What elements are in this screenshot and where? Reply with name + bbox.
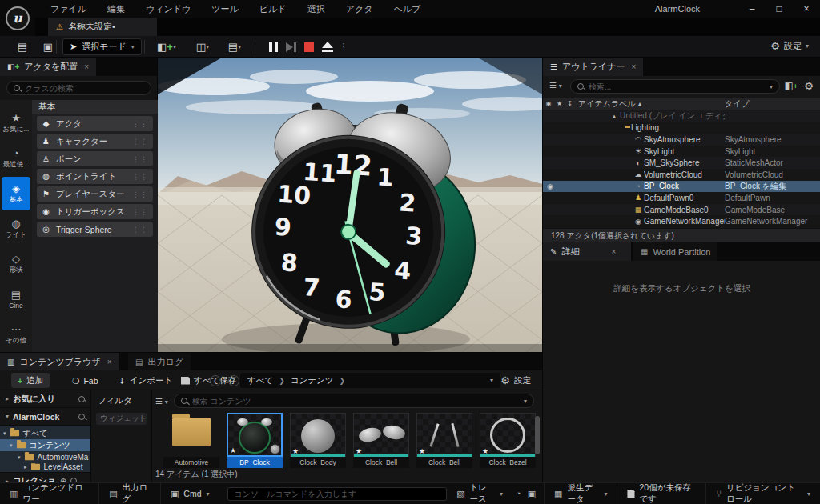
menu-actor[interactable]: アクタ	[336, 0, 384, 18]
viewport-settings-dropdown[interactable]: ⚙ 設定 ▾	[770, 40, 809, 52]
eye-icon[interactable]: ◉	[547, 182, 553, 190]
play-options-menu[interactable]: ⋮	[338, 39, 349, 54]
menu-window[interactable]: ウィンドウ	[135, 0, 201, 18]
frame-skip-button[interactable]	[282, 39, 299, 54]
tab-place-actors[interactable]: ◧+ アクタを配置 ×	[0, 58, 96, 76]
content-browser-settings[interactable]: ⚙ 設定	[500, 374, 531, 386]
scrollbar[interactable]	[535, 416, 540, 454]
outliner-filter-dropdown[interactable]: ☰ ▾	[549, 81, 562, 90]
search-icon[interactable]	[78, 396, 85, 402]
unsaved-button[interactable]: 20個が未保存です	[617, 483, 706, 504]
menu-select[interactable]: 選択	[297, 0, 336, 18]
outliner-row-defaultpawn[interactable]: ♟DefaultPawn0DefaultPawn	[543, 192, 820, 204]
favorites-section[interactable]: ▸ お気に入り	[0, 390, 90, 408]
menu-edit[interactable]: 編集	[97, 0, 135, 18]
asset-search-input[interactable]	[192, 397, 519, 406]
close-icon[interactable]: ×	[107, 358, 112, 366]
console-input-field[interactable]	[227, 487, 448, 501]
place-item-pawn[interactable]: ♙ポーン⋮⋮	[37, 151, 153, 166]
asset-clock-bezel[interactable]: ★ Clock_Bezel	[480, 413, 536, 468]
cmd-dropdown[interactable]: ▣ Cmd ▾	[161, 483, 219, 504]
maximize-button[interactable]: □	[766, 0, 793, 18]
menu-file[interactable]: ファイル	[40, 0, 97, 18]
editor-mode-dropdown[interactable]: ➤ 選択モード ▾	[62, 38, 142, 55]
fab-button[interactable]: ❍Fab	[66, 373, 105, 388]
asset-clock-hands[interactable]: ★ Clock_Bell	[416, 413, 472, 468]
tab-outliner[interactable]: ☰ アウトライナー ×	[543, 58, 643, 76]
level-tab[interactable]: ⚠ 名称未設定•	[48, 18, 157, 36]
blueprints-dropdown[interactable]: ◫▾	[189, 38, 216, 55]
create-folder-icon[interactable]: ◧+	[784, 80, 798, 91]
menu-tools[interactable]: ツール	[201, 0, 249, 18]
visibility-column-icon[interactable]: ◉	[543, 100, 554, 107]
tab-world-partition[interactable]: ▦ World Partition	[633, 242, 718, 261]
chevron-down-icon[interactable]: ▾	[490, 377, 493, 384]
category-cinematic[interactable]: ▤Cine	[0, 282, 32, 316]
outliner-row-skyatmosphere[interactable]: ◠SkyAtmosphereSkyAtmosphere	[543, 134, 820, 146]
favorite-column-icon[interactable]: ★	[554, 100, 565, 107]
asset-folder-automotive[interactable]: Automotive	[163, 413, 219, 468]
place-item-point-light[interactable]: ◍ポイントライト⋮⋮	[37, 169, 153, 184]
import-button[interactable]: ↧インポート	[112, 373, 179, 388]
outliner-row-volumetriccloud[interactable]: ☁VolumetricCloudVolumetricCloud	[543, 169, 820, 181]
level-viewport[interactable]: 1 2 3 4 5 6 7 8 9 10 11 12	[158, 58, 542, 352]
class-search-input[interactable]	[25, 84, 144, 93]
trace-dropdown[interactable]: ▧ トレース ▾	[447, 483, 512, 504]
derived-data-dropdown[interactable]: ▦ 派生データ ▾	[544, 483, 617, 504]
tree-item-content[interactable]: ▾コンテンツ	[0, 439, 90, 451]
outliner-search-field[interactable]: ▾	[570, 79, 780, 94]
stop-button[interactable]	[301, 39, 317, 54]
category-shapes[interactable]: ◇形状	[0, 247, 32, 281]
project-section[interactable]: ▾ AlarmClock	[0, 408, 90, 426]
asset-clock-body[interactable]: ★ Clock_Body	[290, 413, 346, 468]
class-search-field[interactable]	[6, 81, 151, 95]
content-drawer-button[interactable]: ▥ コンテンツドロワー	[0, 483, 99, 504]
tree-item-levelasset[interactable]: ▸LevelAsset	[0, 463, 90, 470]
edit-blueprint-link[interactable]: BP_Clock を編集	[725, 181, 820, 192]
tab-content-browser[interactable]: ▥ コンテンツブラウザ ×	[0, 353, 119, 371]
revision-control-dropdown[interactable]: ⑂ リビジョンコントロール ▾	[706, 483, 820, 504]
outliner-row-world[interactable]: ▴Untitled (プレイ イン エディタ)	[543, 110, 820, 122]
outliner-settings-icon[interactable]: ⚙	[804, 80, 814, 92]
place-item-trigger-sphere[interactable]: ◎Trigger Sphere⋮⋮	[37, 222, 153, 237]
menu-build[interactable]: ビルド	[249, 0, 297, 18]
eject-button[interactable]	[319, 39, 336, 54]
add-actor-dropdown[interactable]: ◧+▾	[152, 38, 181, 55]
save-level-icon[interactable]: ▣	[38, 38, 58, 55]
close-button[interactable]: ×	[793, 0, 820, 18]
outliner-search-input[interactable]	[589, 82, 765, 91]
close-icon[interactable]: ×	[611, 247, 616, 256]
category-recent[interactable]: ◔最近使...	[0, 142, 32, 175]
pin-column-icon[interactable]: ↧	[565, 100, 575, 107]
tree-item-automotive[interactable]: ▾AutomotiveMa	[0, 451, 90, 463]
outliner-row-skysphere[interactable]: ◐SM_SkySphereStaticMeshActor	[543, 157, 820, 169]
console-input[interactable]	[235, 490, 440, 498]
back-icon[interactable]: ‹	[210, 375, 221, 386]
place-item-player-start[interactable]: ⚑プレイヤースタート⋮⋮	[37, 186, 153, 202]
insights-icon[interactable]: ◔	[516, 489, 521, 498]
asset-bp-clock[interactable]: ★ BP_Clock	[227, 413, 283, 468]
place-item-actor[interactable]: ◆アクタ⋮⋮	[37, 116, 153, 131]
close-icon[interactable]: ×	[84, 62, 89, 71]
cinematics-dropdown[interactable]: ▤▾	[221, 38, 248, 55]
place-item-character[interactable]: ♟キャラクター⋮⋮	[37, 134, 153, 149]
breadcrumb-content[interactable]: コンテンツ	[291, 375, 334, 386]
tab-output-log[interactable]: ▤ 出力ログ	[128, 353, 191, 371]
outliner-row-gamemode[interactable]: ▦GameModeBase0GameModeBase	[543, 204, 820, 216]
breadcrumb-all[interactable]: すべて	[247, 375, 273, 386]
asset-clock-bell[interactable]: ★ Clock_Bell	[353, 413, 409, 468]
tree-item-all[interactable]: ▾すべて	[0, 427, 90, 439]
save-current-icon[interactable]: ▤	[13, 38, 32, 55]
place-item-trigger-box[interactable]: ◉トリガーボックス⋮⋮	[37, 204, 153, 219]
pause-button[interactable]	[264, 39, 282, 54]
forward-icon[interactable]: ›	[228, 375, 239, 386]
category-basic[interactable]: ◈基本	[2, 177, 30, 210]
unreal-logo[interactable]: u	[0, 0, 35, 36]
filter-chip-widget[interactable]: ウィジェット:	[96, 413, 147, 425]
output-log-button[interactable]: ▤ 出力ログ	[99, 483, 161, 504]
minimize-button[interactable]: –	[738, 0, 766, 18]
close-icon[interactable]: ×	[632, 62, 637, 71]
snapshot-icon[interactable]: ▣	[528, 489, 536, 499]
add-button[interactable]: +追加	[11, 373, 50, 388]
outliner-row-bp-clock[interactable]: ◉◔BP_ClockBP_Clock を編集	[543, 181, 820, 193]
